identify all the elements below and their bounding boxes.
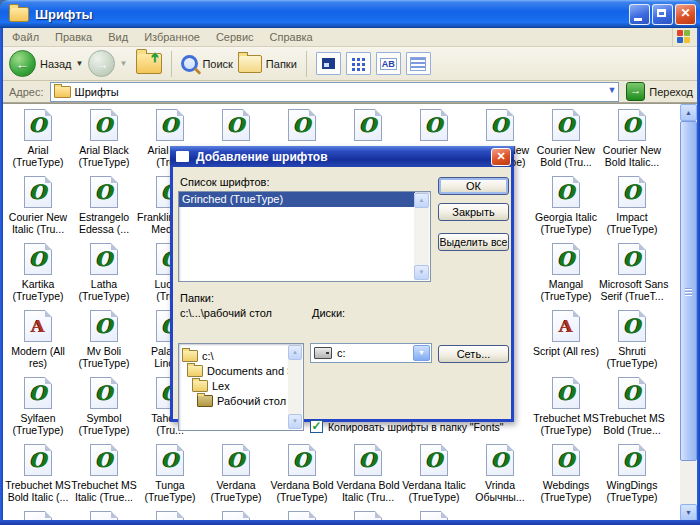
font-list-item[interactable]: Grinched (TrueType) [179,192,415,207]
font-item[interactable]: OMicrosoft SansSerif (TrueT... [599,241,665,302]
font-item[interactable]: OTunga(TrueType) [137,442,203,503]
font-item[interactable]: OArial(TrueType) [5,107,71,168]
scrollbar-thumb[interactable] [680,121,697,461]
font-list-box[interactable]: Grinched (TrueType) ▲ ▼ [178,191,431,282]
font-item[interactable]: OWebdings(TrueType) [533,442,599,503]
menu-item-Сервис[interactable]: Сервис [216,31,254,43]
font-item[interactable]: OTrebuchet MS(TrueType) [533,375,599,436]
forward-dropdown-icon[interactable]: ▼ [119,59,127,68]
forward-button[interactable]: → ▼ [88,50,127,77]
font-item[interactable]: OKartika(TrueType) [5,241,71,302]
tree-item-Lex[interactable]: Lex [179,378,303,393]
scroll-down-button[interactable]: ▼ [680,504,697,521]
truetype-font-icon: O [618,444,646,476]
tree-item-Рабочий-стол[interactable]: Рабочий стол [179,393,303,408]
menu-item-Правка[interactable]: Правка [55,31,92,43]
truetype-font-icon: O [618,243,646,275]
font-item[interactable]: OMangal(TrueType) [533,241,599,302]
truetype-font-icon: O [618,377,646,409]
go-icon[interactable]: → [626,82,645,101]
tree-scroll-down-icon[interactable]: ▼ [288,414,302,429]
maximize-button[interactable] [652,4,673,25]
font-item-label: Modern (Allres) [5,345,71,369]
menu-item-Вид[interactable]: Вид [108,31,128,43]
tree-scroll-up-icon[interactable]: ▲ [288,345,302,360]
toolbar-separator [171,51,172,77]
font-item[interactable]: OMv Boli(TrueType) [71,308,137,369]
font-item[interactable]: OTrebuchet MSItalic (True... [71,442,137,503]
back-button[interactable]: ← Назад ▼ [9,50,83,77]
font-item-label: Verdana(TrueType) [203,479,269,503]
view-list-button[interactable]: AB [376,52,401,75]
minimize-button[interactable] [629,4,650,25]
menu-item-Файл[interactable]: Файл [12,31,39,43]
truetype-font-icon: O [552,377,580,409]
up-button[interactable] [136,53,162,74]
truetype-font-icon: O [90,109,118,141]
address-input[interactable]: Шрифты ▼ [50,82,620,102]
menu-item-Справка[interactable]: Справка [270,31,313,43]
font-item[interactable]: OVerdana Italic(TrueType) [401,442,467,503]
font-item[interactable]: AScript (All res) [533,308,599,357]
folders-button[interactable]: Папки [238,55,297,73]
folder-tree[interactable]: c:\Documents and SeLexРабочий стол ▲ ▼ [178,343,304,431]
font-item-label: Verdana Bold(TrueType) [269,479,335,503]
close-button[interactable]: ✕ [675,4,696,25]
font-item-label: Script (All res) [533,345,599,357]
disk-icon [314,347,332,359]
list-scroll-up-icon[interactable]: ▲ [414,193,429,208]
font-item[interactable]: OVerdana Bold(TrueType) [269,442,335,503]
tree-item-Documents-and-Se[interactable]: Documents and Se [179,363,303,378]
select-all-button[interactable]: Выделить все [438,233,509,251]
back-dropdown-icon[interactable]: ▼ [76,59,84,68]
drives-combo[interactable]: c: ▼ [310,343,432,363]
font-item[interactable]: OEstrangeloEdessa (... [71,174,137,235]
dialog-close-button[interactable]: ✕ [491,148,511,166]
tree-scrollbar[interactable]: ▲ ▼ [288,345,302,429]
fonts-folder-icon [9,7,29,22]
font-item[interactable]: OArial Black(TrueType) [71,107,137,168]
font-item[interactable]: OTrebuchet MSBold Italic (... [5,442,71,503]
font-item[interactable]: OVerdana(TrueType) [203,442,269,503]
list-scroll-down-icon[interactable]: ▼ [414,265,429,280]
font-item[interactable]: OGeorgia Italic(TrueType) [533,174,599,235]
font-item[interactable]: OSylfaen(TrueType) [5,375,71,436]
truetype-font-icon: O [618,109,646,141]
toolbar-separator [306,51,307,77]
view-thumbnails-button[interactable] [316,52,341,75]
font-item[interactable]: OCourier NewBold (Tru... [533,107,599,168]
font-item[interactable]: OSymbol(TrueType) [71,375,137,436]
font-item[interactable]: OCourier NewBold Italic... [599,107,665,168]
font-item[interactable]: OTrebuchet MSBold (True... [599,375,665,436]
raster-font-icon: A [24,310,52,342]
font-item[interactable]: OWingDings(TrueType) [599,442,665,503]
font-item[interactable]: OVerdana BoldItalic (Tru... [335,442,401,503]
font-item-label: Trebuchet MSBold (True... [599,412,665,436]
menu-item-Избранное[interactable]: Избранное [144,31,200,43]
view-details-button[interactable] [406,52,431,75]
truetype-font-icon: O [24,109,52,141]
font-item-label: Mangal(TrueType) [533,278,599,302]
font-item[interactable]: OLatha(TrueType) [71,241,137,302]
address-value: Шрифты [75,86,119,98]
title-bar: Шрифты ✕ [0,0,700,28]
network-button[interactable]: Сеть... [438,345,509,363]
font-item[interactable]: OShruti(TrueType) [599,308,665,369]
close-dialog-button[interactable]: Закрыть [438,203,509,221]
copy-fonts-checkbox[interactable]: ✓ [310,420,323,433]
ok-button[interactable]: ОК [438,177,509,195]
font-list-scrollbar[interactable]: ▲ ▼ [414,193,429,280]
truetype-font-icon: O [222,444,250,476]
scroll-up-button[interactable]: ▲ [680,104,697,121]
font-item[interactable]: OVrindaОбычны... [467,442,533,503]
font-item[interactable]: OImpact(TrueType) [599,174,665,235]
drives-dropdown-icon[interactable]: ▼ [413,345,430,361]
view-icons-button[interactable] [346,52,371,75]
address-dropdown-icon[interactable]: ▼ [607,85,616,95]
search-button[interactable]: Поиск [181,55,232,72]
font-item-label: Courier NewBold (Tru... [533,144,599,168]
font-item[interactable]: AModern (Allres) [5,308,71,369]
tree-item-c-[interactable]: c:\ [179,348,303,363]
font-item[interactable]: OCourier NewItalic (Tru... [5,174,71,235]
vertical-scrollbar[interactable]: ▲ ▼ [680,104,697,521]
